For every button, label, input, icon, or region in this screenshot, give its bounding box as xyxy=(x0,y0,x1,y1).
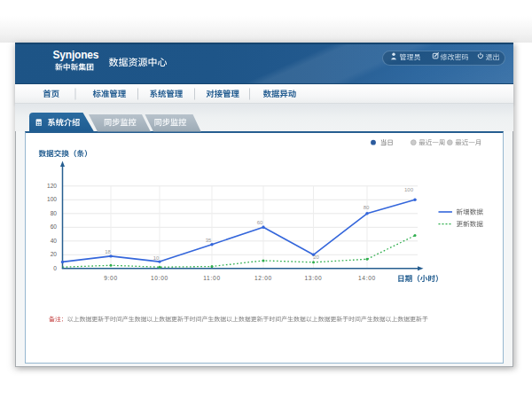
svg-text:9:00: 9:00 xyxy=(104,275,118,281)
svg-text:13:00: 13:00 xyxy=(304,275,322,281)
svg-text:20: 20 xyxy=(313,254,319,260)
svg-text:11:00: 11:00 xyxy=(203,275,221,281)
svg-text:60: 60 xyxy=(51,223,58,230)
svg-text:14:00: 14:00 xyxy=(358,275,376,281)
svg-text:80: 80 xyxy=(364,205,370,210)
svg-text:40: 40 xyxy=(51,238,58,244)
svg-text:10:00: 10:00 xyxy=(151,275,168,281)
svg-text:35: 35 xyxy=(206,238,212,243)
svg-text:0: 0 xyxy=(53,265,57,271)
svg-text:20: 20 xyxy=(51,251,58,257)
svg-text:120: 120 xyxy=(47,183,57,189)
svg-text:Synjones: Synjones xyxy=(53,49,99,61)
svg-text:60: 60 xyxy=(257,220,263,225)
svg-text:80: 80 xyxy=(51,210,58,216)
svg-text:100: 100 xyxy=(47,196,57,202)
svg-text:10: 10 xyxy=(153,255,160,261)
svg-text:12:00: 12:00 xyxy=(254,275,272,281)
svg-text:18: 18 xyxy=(105,249,111,254)
svg-text:100: 100 xyxy=(404,187,414,192)
